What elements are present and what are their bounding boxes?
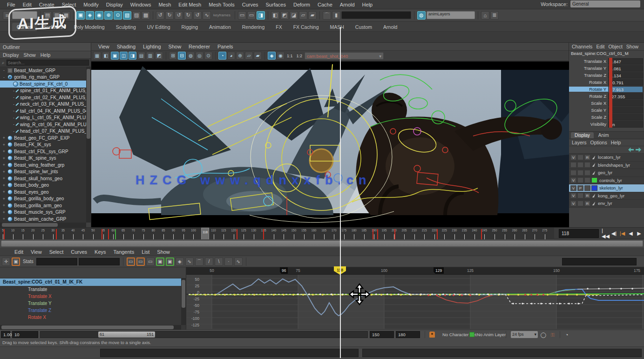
channel-row[interactable]: Visibilityon (569, 121, 644, 128)
outliner-item[interactable]: -spine_ctrl_02_FK_ANIM_PLUS_02 (0, 94, 86, 101)
layer-menu-options[interactable]: Options (590, 140, 607, 145)
layer-toggle[interactable] (584, 185, 590, 191)
expand-toggle-icon[interactable]: - (13, 129, 14, 134)
flat-tangent-icon[interactable]: ⌒ (195, 257, 203, 266)
layer-toggle[interactable]: V (570, 177, 576, 183)
channel-row[interactable]: Rotate X10.791 (569, 79, 644, 86)
channel-value[interactable]: 87.913 (608, 86, 643, 93)
menu-curves[interactable]: Curves (239, 1, 262, 8)
linear-tangent-icon[interactable]: ▭ (146, 257, 155, 266)
channel-box-menu-edit[interactable]: Edit (596, 44, 604, 49)
expand-toggle-icon[interactable]: - (13, 115, 14, 120)
expand-toggle-icon[interactable]: + (2, 163, 6, 167)
viewport-menu-renderer[interactable]: Renderer (185, 43, 213, 50)
menu-cache[interactable]: Cache (314, 1, 336, 8)
graph-current-time-line[interactable] (340, 27, 341, 358)
layer-toggle[interactable] (584, 162, 590, 168)
outliner-item[interactable]: -Pgorilla_rig_main_GRP (0, 74, 86, 81)
step-icon[interactable]: · (224, 257, 233, 266)
make-live-icon[interactable]: ▩ (142, 11, 150, 20)
bookmark-flag[interactable]: 96 (280, 267, 288, 274)
outliner-item[interactable]: -spine_ctrl_01_FK_ANIM_PLUS_01 (0, 88, 86, 95)
time-slider-track[interactable]: 5101520253035404550556065707580859095100… (0, 228, 554, 240)
display-layer-row[interactable]: blendshapes_lyr (569, 162, 644, 169)
outliner-menu-show[interactable]: Show (23, 52, 35, 58)
shelf-tab-fx-caching[interactable]: FX Caching (289, 23, 324, 31)
shelf-tab-mash[interactable]: MASH (325, 23, 349, 31)
viewport-toolbar-icon[interactable]: ▰ (254, 52, 262, 60)
command-line-input[interactable] (100, 349, 359, 357)
menu-mesh-tools[interactable]: Mesh Tools (205, 1, 237, 8)
layer-toggle[interactable] (577, 162, 583, 168)
display-layer-row[interactable]: VRlocators_lyr (569, 154, 644, 162)
graph-menu-view[interactable]: View (27, 248, 45, 256)
expand-toggle-icon[interactable]: + (2, 183, 6, 188)
menu-help[interactable]: Help (359, 1, 376, 8)
expand-toggle-icon[interactable]: + (2, 176, 6, 181)
snap-curve-icon[interactable]: ⊙ (114, 11, 122, 20)
viewport-toolbar-icon[interactable]: ◧ (102, 52, 110, 60)
viewport-toolbar-icon[interactable]: ⊞ (169, 52, 177, 60)
layer-toggle[interactable] (570, 170, 576, 176)
go-to-start-button[interactable]: |◀◀ (602, 229, 610, 238)
outliner-item[interactable]: +Beast_spine_lwr_jnts (0, 169, 86, 176)
expand-toggle-icon[interactable]: - (13, 102, 14, 107)
viewport-toolbar-icon[interactable]: ▦ (93, 52, 101, 60)
snap-point-icon[interactable]: ▧ (123, 11, 131, 20)
channel-row[interactable]: Scale Y1 (569, 107, 644, 114)
buffer-snapshot-icon[interactable]: ▣ (156, 257, 164, 266)
uv-icon[interactable]: ▱ (299, 11, 307, 20)
outliner-item[interactable]: +Beast_geo_FC_GRP_EXP (0, 135, 86, 142)
channel-row[interactable]: Translate Z2.134 (569, 72, 644, 79)
graph-channel-row[interactable]: Translate X (0, 293, 186, 300)
move-layer-down-icon[interactable] (636, 148, 641, 152)
layer-menu-layers[interactable]: Layers (572, 140, 587, 145)
anim-prefs-icon[interactable]: ◔ (563, 332, 570, 338)
sidebar-dropdown[interactable]: animLayers (427, 11, 475, 19)
expand-toggle-icon[interactable]: + (2, 217, 6, 221)
layer-editor-tab-display[interactable]: Display (571, 132, 594, 138)
texture-icon[interactable]: ◧ (271, 11, 279, 20)
anim-eval-icon[interactable]: ∿ (203, 11, 211, 20)
smooth-icon[interactable]: ∿ (234, 257, 243, 266)
channel-value[interactable]: 6.081 (608, 65, 643, 72)
linear-icon[interactable]: / (205, 257, 213, 266)
playback-start-field[interactable]: 10 (12, 331, 38, 338)
select-component-icon[interactable]: ◉ (95, 11, 103, 20)
range-slider-strip[interactable] (0, 239, 644, 248)
channel-box-toggle-icon[interactable]: ≣ (490, 11, 499, 20)
outliner-item[interactable]: +Beast_FK_IK_sys (0, 142, 86, 149)
graph-channel-row[interactable]: Translate Z (0, 307, 186, 314)
pause-icon[interactable]: ⌒ (323, 11, 331, 20)
select-hierarchy-icon[interactable]: ▣ (76, 11, 85, 20)
stats-value-field[interactable] (79, 258, 120, 265)
layer-toggle[interactable]: R (584, 201, 590, 206)
outliner-search-input[interactable] (7, 60, 89, 66)
spline-tangent-icon[interactable]: ▭ (127, 257, 135, 266)
display-layer-row[interactable]: VRenv_lyr (569, 200, 644, 208)
outliner-tab[interactable]: Outliner (3, 44, 20, 50)
range-slider-trough[interactable]: 61 151 (40, 331, 368, 338)
menu-file[interactable]: File (4, 1, 19, 8)
viewport-toolbar-icon[interactable]: ▥ (146, 52, 154, 60)
display-res-chip[interactable]: 1:2 (295, 54, 304, 58)
loop-mode-icon[interactable]: ◯ (540, 332, 547, 338)
outliner-item[interactable]: Beast_spine_FK_ctrl_0 (0, 81, 86, 88)
auto-key-toggle-icon[interactable] (429, 332, 435, 338)
history-on-icon[interactable]: ↺ (156, 11, 164, 20)
viewport-toolbar-icon[interactable]: ◨ (129, 52, 136, 60)
layer-toggle[interactable] (577, 201, 583, 206)
layer-editor-tab-anim[interactable]: Anim (595, 132, 613, 138)
graph-menu-tangents[interactable]: Tangents (110, 248, 138, 256)
graph-editor-plot-area[interactable]: 50250-25-50-75-100-125 (186, 275, 644, 329)
outliner-tree[interactable]: -Beast_Master_GRP-Pgorilla_rig_main_GRPB… (0, 67, 86, 223)
viewport-canvas[interactable]: HZCG www.qdnxxfb.cn (91, 61, 569, 227)
graph-menu-show[interactable]: Show (154, 248, 173, 256)
step-back-frame-button[interactable]: ◀| (610, 229, 618, 238)
channel-value[interactable]: 1 (608, 107, 643, 114)
insert-key-tool-icon[interactable]: ▣ (12, 257, 20, 266)
break-tangents-icon[interactable]: ◈ (176, 257, 184, 266)
outliner-item[interactable]: +Beast_ctrl_FDL_sys_GRP (0, 148, 86, 155)
shelf-tab-fx[interactable]: FX (271, 23, 286, 31)
range-slider-bar[interactable]: 61 151 (98, 332, 155, 338)
